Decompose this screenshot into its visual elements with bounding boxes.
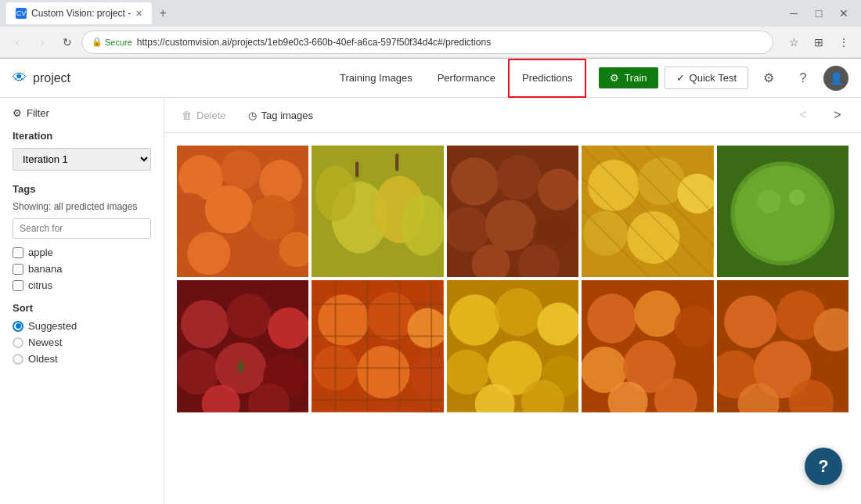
header-actions: ⚙ Train ✓ Quick Test ⚙ ? 👤 bbox=[599, 64, 848, 92]
image-cell[interactable] bbox=[177, 146, 308, 277]
svg-point-31 bbox=[627, 211, 679, 264]
image-cell[interactable] bbox=[312, 280, 443, 412]
iteration-label: Iteration bbox=[13, 130, 151, 142]
sort-oldest[interactable]: Oldest bbox=[13, 353, 151, 365]
browser-actions: ☆ ⊞ ⋮ bbox=[783, 31, 855, 53]
minimize-button[interactable]: ─ bbox=[783, 2, 805, 24]
close-button[interactable]: ✕ bbox=[833, 2, 855, 24]
extensions-button[interactable]: ⋮ bbox=[833, 31, 855, 53]
prev-page-button[interactable]: < bbox=[792, 104, 814, 126]
image-cell[interactable] bbox=[717, 280, 848, 412]
sort-label: Sort bbox=[13, 302, 151, 314]
iteration-select[interactable]: Iteration 1 Iteration 2 bbox=[13, 148, 151, 171]
tag-banana-checkbox[interactable] bbox=[13, 264, 23, 275]
sort-suggested[interactable]: Suggested bbox=[13, 320, 151, 332]
image-cell[interactable] bbox=[582, 146, 713, 277]
svg-point-69 bbox=[449, 295, 500, 346]
settings-button[interactable]: ⚙ bbox=[755, 64, 783, 92]
svg-point-78 bbox=[587, 294, 636, 344]
maximize-button[interactable]: □ bbox=[808, 2, 830, 24]
svg-point-58 bbox=[358, 346, 410, 398]
sort-suggested-radio[interactable] bbox=[13, 321, 23, 332]
next-page-button[interactable]: > bbox=[827, 104, 848, 126]
tag-icon: ◷ bbox=[248, 110, 257, 121]
svg-point-45 bbox=[226, 294, 271, 339]
secure-text: Secure bbox=[105, 38, 132, 47]
sidebar: ⚙ Filter Iteration Iteration 1 Iteration… bbox=[0, 98, 164, 504]
image-cell[interactable] bbox=[447, 146, 578, 277]
address-bar[interactable]: 🔒 Secure https://customvision.ai/project… bbox=[81, 31, 773, 54]
svg-point-19 bbox=[496, 155, 541, 200]
help-fab-icon: ? bbox=[818, 456, 828, 477]
nav-predictions[interactable]: Predictions bbox=[508, 59, 586, 98]
lock-icon: 🔒 bbox=[92, 37, 103, 47]
svg-point-79 bbox=[635, 291, 681, 337]
sort-oldest-radio[interactable] bbox=[13, 354, 23, 365]
sort-newest-label: Newest bbox=[28, 337, 62, 348]
tag-images-label: Tag images bbox=[261, 110, 313, 121]
bookmark-button[interactable]: ☆ bbox=[783, 31, 805, 53]
svg-point-20 bbox=[538, 169, 578, 211]
tags-subtitle: Showing: all predicted images bbox=[13, 201, 151, 212]
help-header-button[interactable]: ? bbox=[789, 64, 817, 92]
quick-test-label: Quick Test bbox=[690, 72, 737, 84]
tag-images-button[interactable]: ◷ Tag images bbox=[243, 106, 318, 124]
tags-label: Tags bbox=[13, 183, 151, 195]
svg-point-46 bbox=[268, 308, 308, 349]
delete-icon: 🗑 bbox=[182, 110, 192, 121]
image-cell[interactable] bbox=[447, 280, 578, 412]
svg-point-40 bbox=[734, 166, 830, 261]
tag-apple-checkbox[interactable] bbox=[13, 247, 23, 258]
fruit-image-4 bbox=[582, 146, 713, 277]
tag-citrus-checkbox[interactable] bbox=[13, 280, 23, 291]
svg-point-2 bbox=[221, 149, 261, 189]
svg-point-6 bbox=[250, 195, 295, 239]
refresh-button[interactable]: ↻ bbox=[56, 31, 78, 53]
avatar-icon: 👤 bbox=[830, 72, 843, 85]
delete-button[interactable]: 🗑 Delete bbox=[177, 106, 231, 124]
svg-point-7 bbox=[187, 232, 230, 275]
help-fab-button[interactable]: ? bbox=[805, 448, 842, 485]
forward-button[interactable]: › bbox=[31, 31, 53, 53]
image-cell[interactable] bbox=[582, 280, 713, 412]
svg-point-54 bbox=[319, 295, 369, 346]
windows-button[interactable]: ⊞ bbox=[808, 31, 830, 53]
svg-point-70 bbox=[495, 289, 542, 337]
train-button[interactable]: ⚙ Train bbox=[599, 67, 657, 88]
sort-newest-radio[interactable] bbox=[13, 337, 23, 348]
svg-point-8 bbox=[236, 236, 278, 277]
new-tab-button[interactable]: + bbox=[152, 2, 174, 24]
tab-close[interactable]: ✕ bbox=[135, 9, 142, 19]
tag-search-input[interactable] bbox=[13, 218, 151, 239]
app-logo-icon: 👁 bbox=[13, 70, 27, 86]
svg-rect-16 bbox=[396, 153, 399, 171]
svg-point-13 bbox=[315, 166, 355, 221]
tag-banana-label: banana bbox=[28, 263, 62, 275]
gear-icon: ⚙ bbox=[763, 70, 774, 85]
image-cell[interactable] bbox=[312, 146, 443, 277]
filter-label: Filter bbox=[27, 107, 49, 119]
tab-favicon: CV bbox=[16, 8, 27, 19]
quick-test-button[interactable]: ✓ Quick Test bbox=[665, 67, 748, 89]
tag-apple[interactable]: apple bbox=[13, 247, 151, 258]
nav-training-images[interactable]: Training Images bbox=[327, 59, 425, 98]
image-cell[interactable] bbox=[717, 146, 848, 277]
fruit-image-9 bbox=[582, 280, 713, 412]
main-nav: Training Images Performance Predictions bbox=[327, 59, 586, 98]
filter-button[interactable]: ⚙ Filter bbox=[13, 107, 151, 119]
svg-point-22 bbox=[485, 200, 536, 250]
train-icon: ⚙ bbox=[610, 72, 619, 84]
svg-point-52 bbox=[238, 360, 244, 373]
browser-tab[interactable]: CV Custom Vision: project - ✕ bbox=[6, 2, 152, 24]
image-cell[interactable] bbox=[177, 280, 308, 412]
tag-banana[interactable]: banana bbox=[13, 263, 151, 275]
sort-newest[interactable]: Newest bbox=[13, 337, 151, 348]
browser-controls: ‹ › ↻ 🔒 Secure https://customvision.ai/p… bbox=[0, 27, 861, 58]
back-button[interactable]: ‹ bbox=[6, 31, 28, 53]
user-avatar[interactable]: 👤 bbox=[823, 66, 848, 91]
fruit-image-5 bbox=[717, 146, 848, 277]
help-icon: ? bbox=[800, 71, 807, 85]
svg-point-44 bbox=[181, 301, 229, 348]
tag-citrus[interactable]: citrus bbox=[13, 279, 151, 291]
nav-performance[interactable]: Performance bbox=[425, 59, 508, 98]
